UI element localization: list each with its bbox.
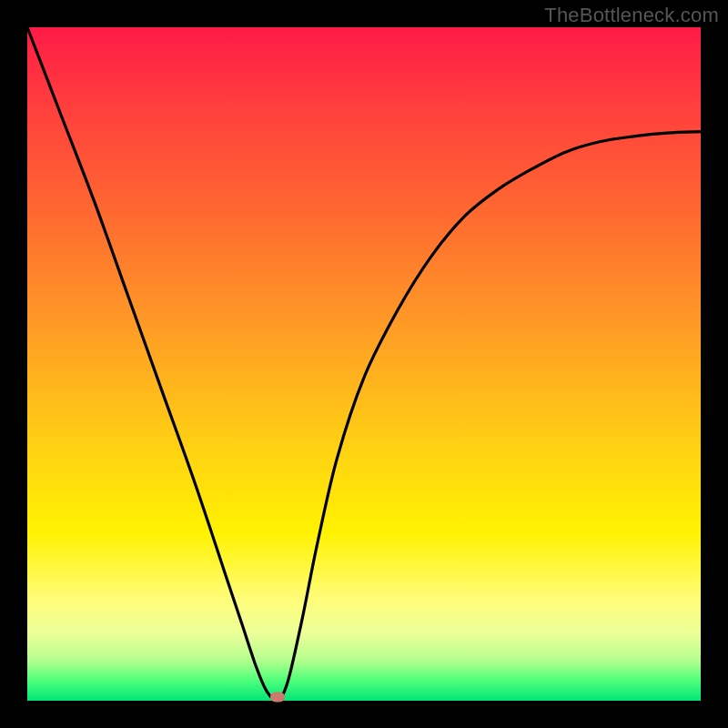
- chart-frame: TheBottleneck.com: [0, 0, 728, 728]
- optimum-marker: [270, 693, 285, 703]
- bottleneck-curve: [27, 27, 701, 701]
- watermark-text: TheBottleneck.com: [544, 4, 719, 27]
- plot-area: [27, 27, 701, 701]
